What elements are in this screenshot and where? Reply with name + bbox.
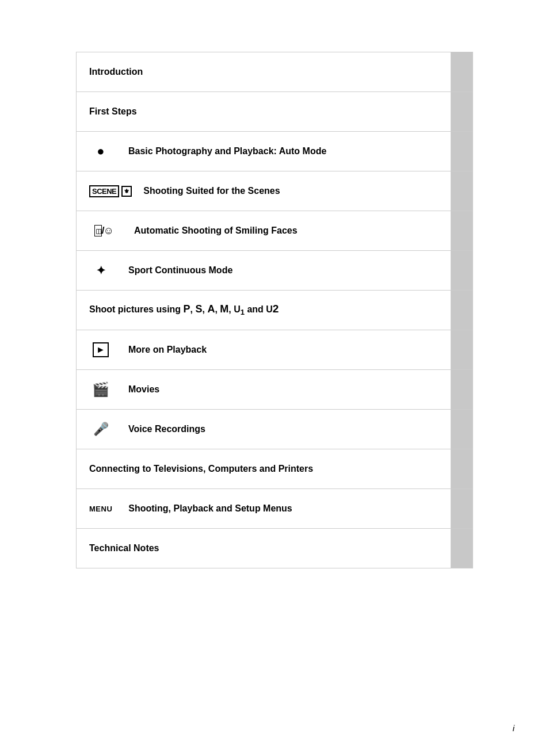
toc-label-technical-notes: Technical Notes <box>89 543 159 555</box>
toc-row-technical-notes[interactable]: Technical Notes <box>76 529 473 568</box>
toc-row-sport-continuous[interactable]: ✦ Sport Continuous Mode <box>76 251 473 291</box>
toc-row-movies[interactable]: 🎬 Movies <box>76 370 473 410</box>
scene-icon: SCENE⚜ <box>89 185 132 197</box>
toc-row-psam[interactable]: Shoot pictures using P, S, A, M, U1 and … <box>76 291 473 330</box>
mic-icon: 🎤 <box>89 422 112 437</box>
toc-row-smiling-faces[interactable]: ◫/☺ Automatic Shooting of Smiling Faces <box>76 211 473 251</box>
toc-tab-smiling-faces <box>451 211 472 250</box>
camera-icon: ● <box>89 144 112 159</box>
toc-tab-menu-shooting <box>451 489 472 528</box>
toc-row-scene-shooting[interactable]: SCENE⚜ Shooting Suited for the Scenes <box>76 171 473 211</box>
sport-icon: ✦ <box>89 264 112 277</box>
toc-tab-psam <box>451 291 472 330</box>
toc-label-connecting: Connecting to Televisions, Computers and… <box>89 463 313 475</box>
toc-tab-scene-shooting <box>451 171 472 211</box>
toc-tab-more-playback <box>451 330 472 369</box>
toc-table: Introduction First Steps ● Basic Photogr… <box>76 52 473 568</box>
toc-label-menu-shooting: Shooting, Playback and Setup Menus <box>128 503 292 515</box>
toc-label-introduction: Introduction <box>89 66 143 78</box>
toc-row-connecting[interactable]: Connecting to Televisions, Computers and… <box>76 449 473 489</box>
toc-row-first-steps[interactable]: First Steps <box>76 92 473 132</box>
toc-tab-basic-photography <box>451 132 472 171</box>
smiling-face-icon: ◫/☺ <box>89 225 118 237</box>
toc-tab-sport-continuous <box>451 251 472 290</box>
toc-tab-first-steps <box>451 92 472 131</box>
page-number: i <box>513 723 514 733</box>
menu-icon: MENU <box>89 505 112 513</box>
toc-tab-voice-recordings <box>451 410 472 449</box>
movie-icon: 🎬 <box>89 381 112 398</box>
toc-tab-introduction <box>451 52 472 91</box>
toc-tab-technical-notes <box>451 529 472 568</box>
toc-label-scene-shooting: Shooting Suited for the Scenes <box>143 185 280 197</box>
toc-row-menu-shooting[interactable]: MENU Shooting, Playback and Setup Menus <box>76 489 473 529</box>
toc-label-movies: Movies <box>128 384 159 396</box>
toc-label-sport-continuous: Sport Continuous Mode <box>128 265 232 277</box>
toc-tab-connecting <box>451 449 472 488</box>
toc-row-basic-photography[interactable]: ● Basic Photography and Playback: Auto M… <box>76 132 473 171</box>
toc-tab-movies <box>451 370 472 409</box>
toc-row-introduction[interactable]: Introduction <box>76 52 473 92</box>
toc-row-voice-recordings[interactable]: 🎤 Voice Recordings <box>76 410 473 449</box>
playback-icon: ► <box>89 342 112 357</box>
toc-label-psam: Shoot pictures using P, S, A, M, U1 and … <box>89 302 279 318</box>
toc-label-voice-recordings: Voice Recordings <box>128 423 205 436</box>
toc-label-first-steps: First Steps <box>89 106 137 118</box>
toc-label-smiling-faces: Automatic Shooting of Smiling Faces <box>134 225 298 237</box>
toc-row-more-playback[interactable]: ► More on Playback <box>76 330 473 370</box>
toc-label-more-playback: More on Playback <box>128 344 207 356</box>
toc-label-basic-photography: Basic Photography and Playback: Auto Mod… <box>128 146 326 158</box>
